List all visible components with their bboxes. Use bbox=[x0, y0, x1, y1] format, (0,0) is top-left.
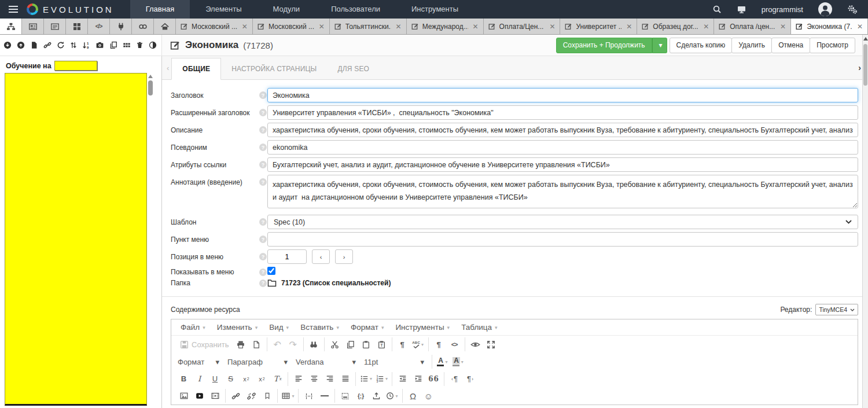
cancel-button[interactable]: Отмена bbox=[771, 38, 810, 53]
alias-input[interactable] bbox=[267, 140, 858, 155]
grid-dots-icon[interactable] bbox=[123, 41, 131, 49]
sitemap-tab[interactable] bbox=[0, 19, 22, 34]
doc-tab-3[interactable]: Тольяттински... ✕ bbox=[330, 19, 407, 34]
menu-item-polzovateli[interactable]: Пользователи bbox=[315, 0, 396, 19]
new-document-icon[interactable] bbox=[249, 337, 264, 351]
clear-formatting-icon[interactable]: Tx bbox=[270, 372, 285, 386]
position-decrement-button[interactable]: ‹ bbox=[312, 249, 330, 264]
upload-icon[interactable] bbox=[369, 389, 384, 403]
links-tab[interactable] bbox=[132, 19, 154, 34]
link-attributes-input[interactable] bbox=[267, 157, 858, 172]
page-scrollbar[interactable] bbox=[862, 35, 868, 408]
newspaper-tab[interactable] bbox=[22, 19, 44, 34]
numbered-list-icon[interactable]: 123▾ bbox=[374, 372, 389, 386]
introtext-textarea[interactable]: характеристика обучения, сроки обучения,… bbox=[267, 175, 858, 208]
paragraph-icon[interactable]: ¶ bbox=[432, 337, 446, 351]
contrast-icon[interactable] bbox=[149, 41, 157, 49]
media-icon[interactable] bbox=[208, 389, 222, 403]
title-input[interactable] bbox=[267, 88, 858, 102]
code-sample-icon[interactable]: {;} bbox=[354, 389, 368, 403]
new-file-icon[interactable] bbox=[30, 41, 38, 49]
brand[interactable]: EVOLUTION bbox=[27, 3, 114, 15]
close-icon[interactable]: ✕ bbox=[472, 23, 479, 31]
position-increment-button[interactable]: › bbox=[335, 249, 353, 264]
menu-view[interactable]: Вид▾ bbox=[263, 323, 295, 332]
editor-select[interactable]: TinyMCE4 bbox=[815, 304, 858, 315]
emoticons-icon[interactable]: ☺ bbox=[421, 389, 436, 403]
close-icon[interactable]: ✕ bbox=[625, 23, 632, 31]
paragraph-dropdown[interactable]: Параграф▾ bbox=[223, 355, 292, 369]
tab-page-settings[interactable]: НАСТРОЙКА СТРАНИЦЫ bbox=[221, 58, 327, 79]
trash-icon[interactable] bbox=[136, 41, 144, 49]
preview-icon[interactable] bbox=[468, 337, 483, 351]
source-code-icon[interactable]: <> bbox=[447, 337, 462, 351]
page-break-icon[interactable] bbox=[301, 389, 316, 403]
save-dropdown-button[interactable]: ▾ bbox=[652, 38, 667, 53]
gears-icon[interactable] bbox=[847, 4, 858, 14]
paste-icon[interactable] bbox=[359, 337, 373, 351]
ltr-icon[interactable]: ‹¶ bbox=[447, 372, 462, 386]
align-right-icon[interactable] bbox=[322, 372, 337, 386]
superscript-icon[interactable]: x2 bbox=[255, 372, 269, 386]
doc-tab-1[interactable]: Московский ... ✕ bbox=[176, 19, 253, 34]
code-tab[interactable]: </> bbox=[88, 19, 110, 34]
save-continue-button[interactable]: Сохранить + Продолжить bbox=[556, 38, 652, 53]
doc-tab-6[interactable]: Университет ... ✕ bbox=[560, 19, 637, 34]
underline-icon[interactable]: U bbox=[208, 372, 222, 386]
close-icon[interactable]: ✕ bbox=[395, 23, 402, 31]
menu-position-input[interactable] bbox=[267, 249, 307, 264]
link-icon[interactable] bbox=[43, 41, 52, 49]
restore-draft-icon[interactable]: ▾ bbox=[385, 389, 399, 403]
rtl-icon[interactable]: ¶› bbox=[463, 372, 477, 386]
form-tab[interactable] bbox=[44, 19, 66, 34]
format-dropdown[interactable]: Формат▾ bbox=[174, 355, 223, 369]
hamburger-icon[interactable] bbox=[0, 6, 27, 13]
help-icon[interactable] bbox=[259, 269, 267, 276]
menu-edit[interactable]: Изменить▾ bbox=[211, 323, 263, 332]
folder-value[interactable]: 71723 (Список специальностей) bbox=[281, 279, 391, 287]
menu-item-instrumenty[interactable]: Инструменты bbox=[396, 0, 474, 19]
copy-icon[interactable] bbox=[343, 337, 358, 351]
spellcheck-icon[interactable]: ABC ▾ bbox=[411, 337, 425, 351]
paragraph-icon[interactable]: ¶ bbox=[395, 337, 410, 351]
align-justify-icon[interactable] bbox=[338, 372, 352, 386]
doc-tab-9-active[interactable]: Экономика (7... ✕ bbox=[791, 19, 868, 34]
menu-table[interactable]: Таблица▾ bbox=[455, 323, 503, 332]
subscript-icon[interactable]: x2 bbox=[239, 372, 253, 386]
duplicate-icon[interactable] bbox=[109, 41, 117, 49]
longtitle-input[interactable] bbox=[267, 105, 858, 120]
background-color-icon[interactable]: A▾ bbox=[451, 355, 465, 369]
arrow-circle-up-icon[interactable] bbox=[17, 41, 25, 49]
help-icon[interactable] bbox=[259, 109, 267, 116]
close-icon[interactable]: ✕ bbox=[241, 23, 248, 31]
preview-button[interactable]: Просмотр bbox=[810, 38, 855, 53]
menu-tools[interactable]: Инструменты▾ bbox=[389, 323, 455, 332]
paste-text-icon[interactable]: T bbox=[374, 337, 389, 351]
italic-icon[interactable]: I bbox=[192, 372, 207, 386]
unlink-icon[interactable] bbox=[244, 389, 259, 403]
cut-icon[interactable] bbox=[328, 337, 342, 351]
menu-insert[interactable]: Вставить▾ bbox=[295, 323, 345, 332]
insert-link-icon[interactable] bbox=[229, 389, 243, 403]
tab-seo[interactable]: ДЛЯ SEO bbox=[327, 58, 380, 79]
fullscreen-icon[interactable] bbox=[484, 337, 498, 351]
template-icon[interactable] bbox=[338, 389, 352, 403]
image-icon[interactable] bbox=[176, 389, 191, 403]
menu-item-glavnaya[interactable]: Главная bbox=[130, 0, 190, 19]
avatar-icon[interactable] bbox=[818, 2, 832, 16]
video-icon[interactable] bbox=[192, 389, 207, 403]
home-tab[interactable] bbox=[154, 19, 176, 34]
sort-icon[interactable] bbox=[70, 41, 77, 49]
align-center-icon[interactable] bbox=[307, 372, 321, 386]
align-left-icon[interactable] bbox=[291, 372, 306, 386]
menu-title-input[interactable] bbox=[267, 232, 858, 247]
help-icon[interactable] bbox=[259, 178, 267, 186]
document-tree-panel[interactable] bbox=[5, 73, 147, 406]
bold-icon[interactable]: B bbox=[176, 372, 191, 386]
search-icon[interactable] bbox=[712, 5, 722, 14]
undo-icon[interactable]: ↶ bbox=[270, 337, 285, 351]
help-icon[interactable] bbox=[259, 161, 267, 168]
close-icon[interactable]: ✕ bbox=[548, 23, 555, 31]
tabs-scroll-left-icon[interactable]: ‹ bbox=[164, 64, 171, 79]
special-character-icon[interactable]: Ω bbox=[406, 389, 420, 403]
